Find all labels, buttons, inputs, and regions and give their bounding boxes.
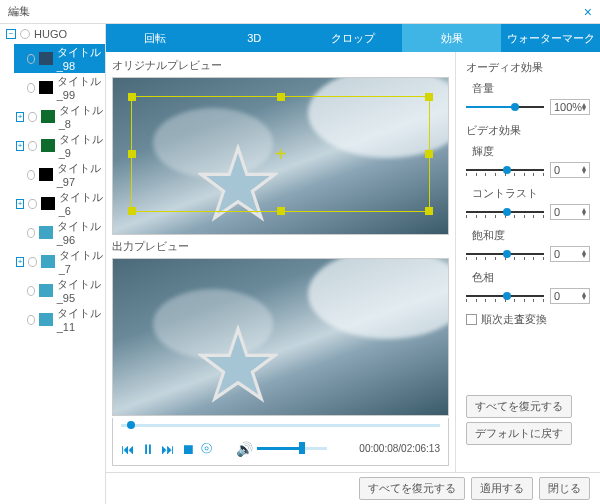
sidebar-root[interactable]: − HUGO — [0, 24, 105, 44]
thumbnail — [39, 313, 52, 326]
radio-icon[interactable] — [27, 54, 35, 64]
video-effects-header: ビデオ効果 — [466, 123, 590, 138]
tab-クロップ[interactable]: クロップ — [304, 24, 403, 52]
saturation-slider[interactable] — [466, 248, 544, 260]
crosshair-icon: + — [275, 144, 287, 164]
restore-all-footer-button[interactable]: すべてを復元する — [359, 477, 465, 500]
sidebar-item[interactable]: タイトル_96 — [14, 218, 105, 247]
stop-icon[interactable]: ⏹ — [181, 441, 195, 457]
contrast-slider[interactable] — [466, 206, 544, 218]
sidebar-item-label: タイトル_95 — [57, 277, 103, 304]
close-icon[interactable]: × — [584, 4, 592, 20]
radio-icon[interactable] — [28, 257, 36, 267]
tab-効果[interactable]: 効果 — [402, 24, 501, 52]
expand-icon[interactable]: + — [16, 112, 24, 122]
snapshot-icon[interactable]: ⦾ — [201, 440, 212, 457]
tab-bar: 回転3Dクロップ効果ウォーターマーク — [106, 24, 600, 52]
tab-3D[interactable]: 3D — [205, 24, 304, 52]
collapse-icon[interactable]: − — [6, 29, 16, 39]
thumbnail — [41, 197, 55, 210]
deinterlace-checkbox[interactable]: 順次走査変換 — [466, 312, 590, 327]
radio-icon[interactable] — [20, 29, 30, 39]
tab-ウォーターマーク[interactable]: ウォーターマーク — [501, 24, 600, 52]
seek-bar[interactable] — [113, 418, 448, 436]
volume-label: 音量 — [472, 81, 590, 96]
hue-label: 色相 — [472, 270, 590, 285]
crop-rectangle[interactable]: + — [131, 96, 430, 212]
sidebar-item-label: タイトル_96 — [57, 219, 103, 246]
sidebar-item-label: タイトル_9 — [59, 132, 103, 159]
radio-icon[interactable] — [27, 170, 35, 180]
window-title: 編集 — [8, 4, 30, 19]
thumbnail — [39, 226, 52, 239]
sidebar-item-label: タイトル_97 — [57, 161, 103, 188]
brightness-slider[interactable] — [466, 164, 544, 176]
sidebar-item-label: タイトル_8 — [59, 103, 103, 130]
radio-icon[interactable] — [28, 199, 36, 209]
sidebar-item[interactable]: タイトル_97 — [14, 160, 105, 189]
root-label: HUGO — [34, 28, 67, 40]
radio-icon[interactable] — [28, 141, 36, 151]
thumbnail — [39, 168, 52, 181]
brightness-label: 輝度 — [472, 144, 590, 159]
sidebar-item[interactable]: +タイトル_6 — [14, 189, 105, 218]
sidebar-item-label: タイトル_7 — [59, 248, 103, 275]
thumbnail — [41, 255, 55, 268]
saturation-label: 飽和度 — [472, 228, 590, 243]
radio-icon[interactable] — [27, 315, 35, 325]
window-titlebar: 編集 × — [0, 0, 600, 24]
sidebar-item[interactable]: +タイトル_9 — [14, 131, 105, 160]
volume-value[interactable]: 100%▴▾ — [550, 99, 590, 115]
radio-icon[interactable] — [27, 83, 35, 93]
hue-slider[interactable] — [466, 290, 544, 302]
sidebar-item-label: タイトル_99 — [57, 74, 103, 101]
radio-icon[interactable] — [27, 228, 35, 238]
pause-icon[interactable]: ⏸ — [141, 441, 155, 457]
svg-marker-1 — [201, 329, 275, 399]
restore-default-button[interactable]: デフォルトに戻す — [466, 422, 572, 445]
close-button[interactable]: 閉じる — [539, 477, 590, 500]
thumbnail — [41, 110, 55, 123]
playback-time: 00:00:08/02:06:13 — [359, 443, 440, 454]
next-icon[interactable]: ⏭ — [161, 441, 175, 457]
sidebar-item[interactable]: +タイトル_8 — [14, 102, 105, 131]
original-preview[interactable]: + — [112, 77, 449, 235]
thumbnail — [39, 284, 52, 297]
sidebar: − HUGO タイトル_98タイトル_99+タイトル_8+タイトル_9タイトル_… — [0, 24, 106, 504]
original-preview-label: オリジナルプレビュー — [112, 56, 449, 75]
volume-icon[interactable]: 🔊 — [236, 441, 253, 457]
contrast-value[interactable]: 0▴▾ — [550, 204, 590, 220]
sidebar-item[interactable]: タイトル_95 — [14, 276, 105, 305]
volume-slider[interactable] — [257, 447, 327, 450]
expand-icon[interactable]: + — [16, 141, 24, 151]
thumbnail — [41, 139, 55, 152]
sidebar-item-label: タイトル_98 — [57, 45, 103, 72]
brightness-value[interactable]: 0▴▾ — [550, 162, 590, 178]
effects-panel: オーディオ効果 音量 100%▴▾ ビデオ効果 輝度0▴▾コントラスト0▴▾飽和… — [455, 52, 600, 472]
playback-bar: ⏮ ⏸ ⏭ ⏹ ⦾ 🔊 00:00:08/02:06:13 — [112, 418, 449, 466]
thumbnail — [39, 52, 52, 65]
deinterlace-label: 順次走査変換 — [481, 312, 547, 327]
saturation-value[interactable]: 0▴▾ — [550, 246, 590, 262]
tab-回転[interactable]: 回転 — [106, 24, 205, 52]
output-preview-label: 出力プレビュー — [112, 237, 449, 256]
expand-icon[interactable]: + — [16, 257, 24, 267]
restore-all-button[interactable]: すべてを復元する — [466, 395, 572, 418]
radio-icon[interactable] — [27, 286, 35, 296]
sidebar-item[interactable]: タイトル_11 — [14, 305, 105, 334]
output-preview — [112, 258, 449, 416]
audio-effects-header: オーディオ効果 — [466, 60, 590, 75]
sidebar-item-label: タイトル_6 — [59, 190, 103, 217]
sidebar-item[interactable]: +タイトル_7 — [14, 247, 105, 276]
hue-value[interactable]: 0▴▾ — [550, 288, 590, 304]
apply-button[interactable]: 適用する — [471, 477, 533, 500]
sidebar-item[interactable]: タイトル_98 — [14, 44, 105, 73]
prev-icon[interactable]: ⏮ — [121, 441, 135, 457]
radio-icon[interactable] — [28, 112, 36, 122]
volume-effect-slider[interactable] — [466, 101, 544, 113]
contrast-label: コントラスト — [472, 186, 590, 201]
sidebar-item[interactable]: タイトル_99 — [14, 73, 105, 102]
expand-icon[interactable]: + — [16, 199, 24, 209]
footer: すべてを復元する 適用する 閉じる — [106, 472, 600, 504]
sidebar-item-label: タイトル_11 — [57, 306, 103, 333]
